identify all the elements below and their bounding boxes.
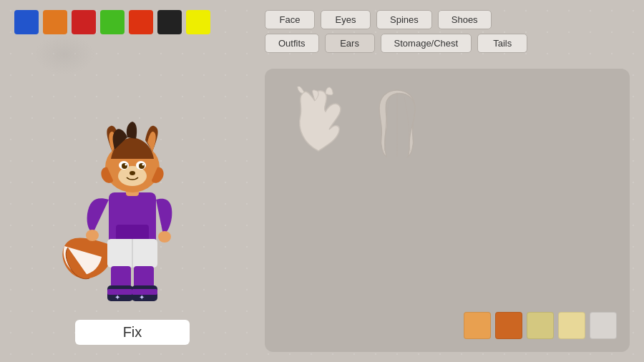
svg-text:✦: ✦ [114, 293, 120, 301]
svg-rect-7 [134, 266, 154, 288]
svg-point-4 [86, 230, 99, 241]
swatch-4[interactable] [558, 312, 585, 339]
canvas-area [265, 69, 630, 352]
bottom-swatches [464, 312, 617, 339]
svg-text:✦: ✦ [139, 293, 145, 301]
tab-tails[interactable]: Tails [477, 34, 527, 53]
swatch-yellow[interactable] [186, 10, 210, 34]
tab-row-1: Face Eyes Spines Shoes [265, 10, 630, 29]
tab-outfits[interactable]: Outfits [265, 34, 319, 53]
hair-option-1[interactable] [286, 83, 351, 162]
tab-row-2: Outfits Ears Stomage/Chest Tails [265, 34, 630, 53]
character-name-box: Fix [75, 320, 190, 345]
swatch-3[interactable] [527, 312, 554, 339]
swatch-1[interactable] [464, 312, 491, 339]
tab-face[interactable]: Face [265, 10, 315, 29]
tab-stomage[interactable]: Stomage/Chest [381, 34, 472, 53]
hair-option-2[interactable] [365, 83, 429, 162]
svg-point-5 [158, 231, 171, 243]
hair-options [265, 69, 630, 176]
swatch-orange[interactable] [43, 10, 67, 34]
swatch-green[interactable] [100, 10, 125, 34]
swatch-red2[interactable] [129, 10, 153, 34]
swatch-5[interactable] [590, 312, 617, 339]
character-name: Fix [123, 324, 142, 340]
tab-shoes[interactable]: Shoes [438, 10, 492, 29]
svg-point-21 [125, 163, 127, 165]
tab-area: Face Eyes Spines Shoes Outfits Ears Stom… [265, 10, 630, 53]
svg-point-23 [130, 171, 135, 175]
character-display: ✦ ✦ [39, 57, 225, 320]
svg-rect-12 [132, 289, 157, 295]
character-area: ✦ ✦ [21, 57, 243, 352]
swatch-red[interactable] [72, 10, 96, 34]
swatch-black[interactable] [157, 10, 182, 34]
swatch-blue[interactable] [14, 10, 39, 34]
tab-spines[interactable]: Spines [376, 10, 432, 29]
tab-ears[interactable]: Ears [325, 34, 375, 53]
canvas-content [265, 69, 630, 352]
swatch-2[interactable] [495, 312, 522, 339]
svg-rect-6 [111, 266, 131, 288]
svg-point-22 [142, 163, 145, 165]
svg-rect-9 [107, 289, 133, 295]
tab-eyes[interactable]: Eyes [321, 10, 371, 29]
